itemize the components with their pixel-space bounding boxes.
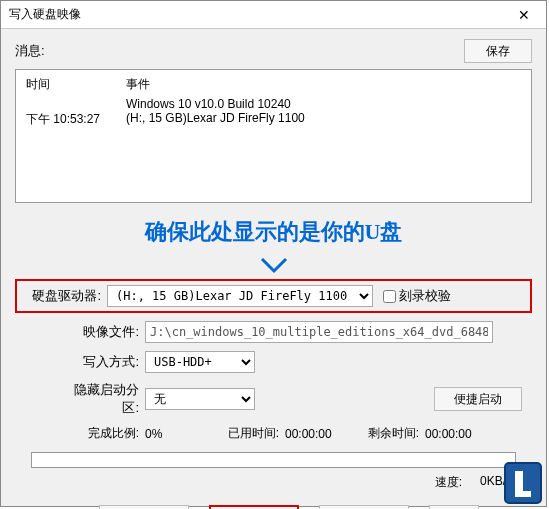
log-time (26, 97, 126, 111)
abort-button: 终止[A] (319, 505, 409, 509)
log-row: Windows 10 v10.0 Build 10240 (26, 97, 521, 111)
verify-label: 刻录校验 (399, 287, 451, 305)
partition-label: 隐藏启动分区: (61, 381, 139, 417)
remain-label: 剩余时间: (357, 425, 419, 442)
elapsed-label: 已用时间: (217, 425, 279, 442)
return-button[interactable]: 返 (429, 505, 479, 509)
percent-value: 0% (145, 427, 211, 441)
format-button[interactable]: 格式化 (99, 505, 189, 509)
log-event: Windows 10 v10.0 Build 10240 (126, 97, 521, 111)
save-button[interactable]: 保存 (464, 39, 532, 63)
mode-label: 写入方式: (61, 353, 139, 371)
elapsed-value: 00:00:00 (285, 427, 351, 441)
remain-value: 00:00:00 (425, 427, 491, 441)
annotation-note: 确保此处显示的是你的U盘 (15, 217, 532, 247)
log-time: 下午 10:53:27 (26, 111, 126, 128)
col-time-header: 时间 (26, 76, 126, 93)
arrow-down-icon (15, 257, 532, 275)
log-row: 下午 10:53:27 (H:, 15 GB)Lexar JD FireFly … (26, 111, 521, 128)
close-icon: ✕ (518, 7, 530, 23)
drive-label: 硬盘驱动器: (23, 287, 101, 305)
mode-select[interactable]: USB-HDD+ (145, 351, 255, 373)
verify-checkbox-wrap[interactable]: 刻录校验 (383, 287, 451, 305)
image-label: 映像文件: (61, 323, 139, 341)
progress-bar (31, 452, 516, 468)
drive-select[interactable]: (H:, 15 GB)Lexar JD FireFly 1100 (107, 285, 373, 307)
progress-row: 完成比例: 0% 已用时间: 00:00:00 剩余时间: 00:00:00 (15, 425, 532, 442)
info-label: 消息: (15, 42, 45, 60)
write-button[interactable]: 写入 (209, 505, 299, 509)
drive-row: 硬盘驱动器: (H:, 15 GB)Lexar JD FireFly 1100 … (15, 279, 532, 313)
col-event-header: 事件 (126, 76, 521, 93)
partition-select[interactable]: 无 (145, 388, 255, 410)
close-button[interactable]: ✕ (502, 1, 546, 29)
speed-label: 速度: (435, 474, 462, 491)
percent-label: 完成比例: (61, 425, 139, 442)
boot-button[interactable]: 便捷启动 (434, 387, 522, 411)
image-input[interactable] (145, 321, 493, 343)
log-event: (H:, 15 GB)Lexar JD FireFly 1100 (126, 111, 521, 128)
window-title: 写入硬盘映像 (9, 6, 81, 23)
titlebar: 写入硬盘映像 ✕ (1, 1, 546, 29)
log-area: 时间 事件 Windows 10 v10.0 Build 10240 下午 10… (15, 69, 532, 203)
corner-logo (487, 457, 549, 509)
verify-checkbox[interactable] (383, 290, 396, 303)
